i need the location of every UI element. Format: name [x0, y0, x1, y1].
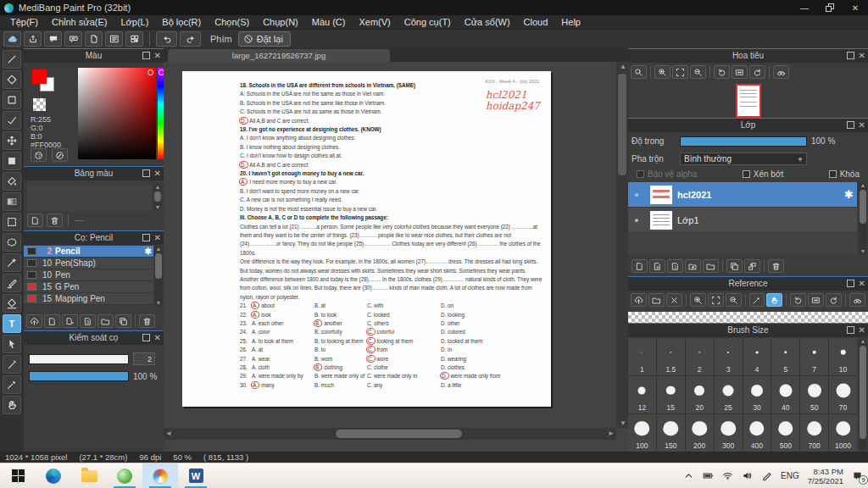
menu-item-10[interactable]: Cloud: [517, 15, 555, 29]
menu-item-3[interactable]: Bộ lọc(R): [155, 15, 208, 29]
eyedropper-tool[interactable]: [3, 375, 21, 394]
pen-input-icon[interactable]: [761, 470, 772, 481]
taskbar-coccoc[interactable]: [107, 463, 142, 488]
gridicon-button[interactable]: [125, 31, 143, 47]
brush-size-7[interactable]: 7: [800, 338, 828, 375]
hand-tool[interactable]: [3, 396, 21, 414]
brush-size-10[interactable]: 10: [829, 338, 857, 375]
brush-size-4[interactable]: 4: [743, 338, 771, 375]
dot-pen-tool[interactable]: [3, 111, 21, 130]
brush-size-1[interactable]: 1: [628, 338, 656, 375]
taskbar-word[interactable]: W: [178, 463, 214, 488]
color-wheel-button[interactable]: [31, 148, 47, 162]
docs-button[interactable]: S: [80, 314, 96, 328]
layer-row-0[interactable]: ●hcl2021✱: [628, 182, 857, 208]
brush-size-5[interactable]: 5: [771, 338, 799, 375]
trash-button[interactable]: [139, 314, 155, 328]
document-tab[interactable]: large_1627219526737.jpg: [168, 49, 390, 62]
brush-size-70[interactable]: 70: [829, 376, 857, 413]
close-icon[interactable]: ✕: [859, 325, 865, 336]
layer-row-1[interactable]: ●Lớp1: [628, 208, 857, 233]
close-icon[interactable]: ✕: [859, 51, 865, 61]
folder-button[interactable]: [703, 259, 719, 273]
minimize-button[interactable]: —: [792, 0, 817, 15]
doc1-button[interactable]: 1: [667, 259, 683, 273]
reset-button[interactable]: Đặt lại: [238, 31, 291, 47]
undo-button[interactable]: [156, 31, 177, 47]
fill-rect-tool[interactable]: [3, 152, 21, 170]
foreground-color-swatch[interactable]: [32, 69, 47, 84]
brush-size-1000[interactable]: 1000: [829, 414, 857, 452]
brush-item-1[interactable]: 10Pen(Shap): [24, 258, 153, 269]
bucket-tool[interactable]: [3, 172, 21, 191]
comment-button[interactable]: [44, 31, 62, 47]
brush-size-15[interactable]: 15: [657, 376, 685, 413]
popout-icon[interactable]: [142, 234, 150, 241]
brush-size-scrollbar[interactable]: ▲: [859, 338, 867, 451]
clipping-checkbox[interactable]: Xén bớt: [743, 169, 783, 179]
select-pen-tool[interactable]: [3, 274, 21, 292]
brush-item-0[interactable]: 2Pencil✱: [24, 246, 153, 258]
close-icon[interactable]: ✕: [154, 233, 161, 243]
brush-size-30[interactable]: 30: [743, 376, 771, 413]
navigator-fit-button[interactable]: [672, 65, 688, 79]
commentpanel-button[interactable]: [64, 31, 82, 47]
brush-size-25[interactable]: 25: [715, 376, 743, 413]
brush-settings-gear-icon[interactable]: ✱: [145, 247, 152, 256]
lasso-select-tool[interactable]: [3, 233, 21, 252]
navigator-zoomin-button[interactable]: [654, 65, 670, 79]
uploadcloud-button[interactable]: [26, 314, 42, 328]
doca-button[interactable]: a: [649, 259, 665, 273]
reference-zoomin-button[interactable]: [690, 293, 706, 307]
popout-icon[interactable]: [142, 169, 150, 177]
reference-rotateccw-button[interactable]: [790, 293, 806, 307]
reference-fit-button[interactable]: [708, 293, 724, 307]
palette-list[interactable]: [27, 184, 152, 211]
saturation-value-picker[interactable]: [78, 68, 156, 159]
navigator-rotatecw-button[interactable]: [749, 65, 765, 79]
restore-button[interactable]: [817, 0, 843, 15]
reference-zoomout-button[interactable]: [726, 293, 742, 307]
brush-item-2[interactable]: 10Pen: [24, 269, 153, 281]
brush-size-40[interactable]: 40: [771, 376, 799, 413]
close-icon[interactable]: ✕: [154, 333, 161, 343]
canvas-horizontal-scrollbar[interactable]: ◄►: [164, 428, 616, 440]
menu-item-7[interactable]: Xem(V): [352, 15, 397, 29]
reference-uploadcloud-button[interactable]: [631, 293, 647, 307]
menu-item-8[interactable]: Công cụ(T): [398, 15, 458, 29]
navigator-zoomout-button[interactable]: [690, 65, 706, 79]
share-button[interactable]: [24, 31, 42, 47]
brush-size-slider[interactable]: [29, 354, 129, 364]
reference-folder-button[interactable]: [648, 293, 665, 307]
brush-item-4[interactable]: 15Mapping Pen: [24, 293, 153, 305]
blend-mode-select[interactable]: Bình thường▼: [680, 152, 807, 165]
reference-rotatecw-button[interactable]: [826, 293, 842, 307]
popout-icon[interactable]: [142, 334, 150, 341]
eraser-tool[interactable]: [3, 70, 21, 89]
navigator-binoculars-button[interactable]: [773, 65, 789, 79]
close-icon[interactable]: ✕: [859, 120, 865, 130]
close-icon[interactable]: ✕: [154, 169, 161, 179]
brush-size-300[interactable]: 300: [715, 414, 743, 452]
brush-size-2[interactable]: 2: [686, 338, 714, 375]
taskbar-medibang[interactable]: [142, 463, 178, 488]
transparent-color-swatch[interactable]: [33, 98, 46, 111]
menu-item-5[interactable]: Chụp(N): [256, 15, 305, 29]
folder-button[interactable]: [97, 314, 114, 328]
pen-tool[interactable]: [3, 50, 21, 69]
reference-fitwidth-button[interactable]: [808, 293, 824, 307]
brush-size-150[interactable]: 150: [657, 414, 685, 452]
close-button[interactable]: ✕: [843, 0, 868, 15]
docicon-button[interactable]: [85, 31, 103, 47]
reference-hand-button[interactable]: [766, 293, 782, 307]
menu-item-1[interactable]: Chỉnh sửa(E): [45, 15, 114, 29]
brush-size-700[interactable]: 700: [800, 414, 828, 452]
tray-chevron-up-icon[interactable]: [683, 470, 694, 481]
reference-binoculars-button[interactable]: [849, 293, 865, 307]
layer-visibility-toggle[interactable]: ●: [628, 191, 645, 199]
popout-icon[interactable]: [847, 121, 854, 129]
brush-size-1.5[interactable]: 1.5: [657, 338, 685, 375]
docarrow-button[interactable]: [62, 314, 78, 328]
taskbar-file-explorer[interactable]: [71, 463, 107, 488]
notification-center-icon[interactable]: 9: [852, 470, 863, 481]
